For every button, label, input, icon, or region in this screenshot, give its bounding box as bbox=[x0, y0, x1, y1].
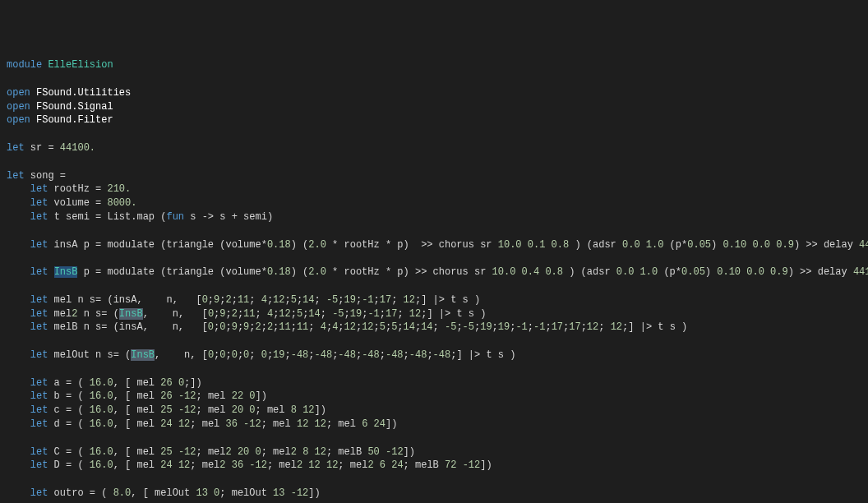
code-line[interactable]: let song = bbox=[7, 169, 861, 183]
code-line[interactable]: let outro = ( 8.0, [ melOut 13 0; melOut… bbox=[7, 487, 861, 501]
code-line[interactable]: open FSound.Filter bbox=[7, 113, 861, 127]
code-line[interactable] bbox=[7, 252, 861, 265]
code-line[interactable] bbox=[7, 72, 861, 86]
code-editor-viewport[interactable]: module ElleElisionopen FSound.Utilitieso… bbox=[7, 58, 861, 503]
code-line[interactable] bbox=[7, 279, 861, 293]
code-line[interactable]: let melB n s= (insA, n, [0;0;9;9;2;2;11;… bbox=[7, 321, 861, 335]
code-line[interactable]: let C = ( 16.0, [ mel 25 -12; mel2 20 0;… bbox=[7, 445, 861, 459]
code-line[interactable] bbox=[7, 431, 861, 445]
code-line[interactable]: let InsB p = modulate (triangle (volume*… bbox=[7, 265, 861, 279]
code-line[interactable]: module ElleElision bbox=[7, 58, 861, 72]
code-line[interactable]: let c = ( 16.0, [ mel 25 -12; mel 20 0; … bbox=[7, 404, 861, 418]
code-line[interactable] bbox=[7, 362, 861, 376]
code-line[interactable]: let mel n s= (insA, n, [0;9;2;11; 4;12;5… bbox=[7, 293, 861, 307]
code-line[interactable]: let sr = 44100. bbox=[7, 141, 861, 155]
code-line[interactable] bbox=[7, 155, 861, 169]
code-line[interactable]: let volume = 8000. bbox=[7, 196, 861, 210]
code-line[interactable]: let mel2 n s= (InsB, n, [0;9;2;11; 4;12;… bbox=[7, 307, 861, 321]
code-line[interactable]: let d = ( 16.0, [ mel 24 12; mel 36 -12;… bbox=[7, 418, 861, 431]
code-line[interactable] bbox=[7, 473, 861, 487]
code-line[interactable]: let rootHz = 210. bbox=[7, 182, 861, 196]
code-line[interactable] bbox=[7, 335, 861, 348]
code-line[interactable] bbox=[7, 224, 861, 238]
code-line[interactable] bbox=[7, 127, 861, 141]
code-line[interactable]: let t semi = List.map (fun s -> s + semi… bbox=[7, 210, 861, 224]
code-line[interactable]: let D = ( 16.0, [ mel 24 12; mel2 36 -12… bbox=[7, 459, 861, 473]
code-line[interactable]: open FSound.Utilities bbox=[7, 86, 861, 100]
code-line[interactable]: let b = ( 16.0, [ mel 26 -12; mel 22 0]) bbox=[7, 390, 861, 404]
code-line[interactable]: let insA p = modulate (triangle (volume*… bbox=[7, 238, 861, 252]
code-line[interactable]: let melOut n s= (InsB, n, [0;0;0;0; 0;19… bbox=[7, 348, 861, 362]
code-line[interactable]: let a = ( 16.0, [ mel 26 0;]) bbox=[7, 376, 861, 390]
code-line[interactable]: open FSound.Signal bbox=[7, 100, 861, 114]
